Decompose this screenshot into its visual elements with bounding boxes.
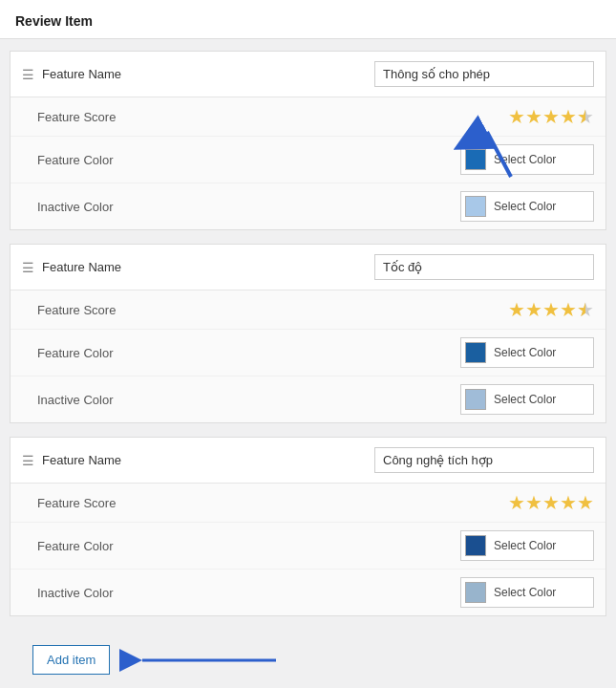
inactive-color-swatch-1 [465,196,486,217]
inactive-color-btn-1[interactable]: Select Color [460,191,594,222]
feature-name-row-2: ☰ Feature Name [11,245,605,290]
feature-score-row-3: Feature Score ★ ★ ★ ★ ★ [11,484,605,523]
drag-handle-icon-3[interactable]: ☰ [22,453,34,468]
feature-color-btn-3[interactable]: Select Color [460,530,594,561]
feature-name-label-1: Feature Name [42,67,121,81]
star-2-4[interactable]: ★ [560,298,577,321]
feature-score-stars-3[interactable]: ★ ★ ★ ★ ★ [508,491,594,514]
feature-color-swatch-2 [465,342,486,363]
feature-color-swatch-1 [465,149,486,170]
feature-color-row-3: Feature Color Select Color [11,523,605,570]
feature-name-row-3: ☰ Feature Name [11,438,605,484]
review-section-1: ☰ Feature Name Feature Score ★ ★ ★ ★ ★ ★ [10,51,606,230]
page-title: Review Item [15,13,93,29]
inactive-color-value-2: Select Color [460,384,594,415]
star-3-2[interactable]: ★ [525,491,542,514]
inactive-color-value-1: Select Color [460,191,594,222]
inactive-color-label-3: Inactive Color [37,586,161,600]
feature-name-label-3: Feature Name [42,453,121,467]
feature-score-stars-1[interactable]: ★ ★ ★ ★ ★ ★ ★ [508,105,594,128]
feature-color-btn-2[interactable]: Select Color [460,337,594,368]
star-3-5[interactable]: ★ [577,491,594,514]
feature-score-row-2: Feature Score ★ ★ ★ ★ ★ ★ [11,290,605,330]
inactive-color-btn-label-1: Select Color [494,200,556,213]
panel-title: Review Item [0,0,616,39]
star-2-5-half[interactable]: ★ ★ [577,298,594,321]
star-3-4[interactable]: ★ [560,491,577,514]
star-2-1[interactable]: ★ [508,298,525,321]
feature-name-input-3[interactable] [374,447,594,473]
star-2-5-fill: ★ [577,298,585,321]
star-1-3[interactable]: ★ [542,105,560,128]
drag-handle-icon-2[interactable]: ☰ [22,260,34,275]
inactive-color-swatch-3 [465,582,486,603]
star-1-4[interactable]: ★ [560,105,577,128]
inactive-color-swatch-2 [465,389,486,410]
feature-name-input-2[interactable] [374,254,594,280]
sections-wrapper: ☰ Feature Name Feature Score ★ ★ ★ ★ ★ ★ [0,51,616,682]
inactive-color-label-2: Inactive Color [37,393,161,407]
inactive-color-row-2: Inactive Color Select Color [11,376,605,422]
feature-color-label-2: Feature Color [37,346,161,360]
review-section-3: ☰ Feature Name Feature Score ★ ★ ★ ★ ★ [10,437,606,616]
add-item-row: Add item [10,630,606,682]
feature-color-row-1: Feature Color Select Color [11,137,605,183]
inactive-color-btn-2[interactable]: Select Color [460,384,594,415]
star-3-1[interactable]: ★ [508,491,525,514]
feature-color-btn-1[interactable]: Select Color [460,144,594,175]
inactive-color-row-3: Inactive Color Select Color [11,570,605,615]
feature-color-row-2: Feature Color Select Color [11,330,605,376]
feature-color-label-3: Feature Color [37,539,161,553]
feature-color-value-3: Select Color [460,530,594,561]
inactive-color-btn-3[interactable]: Select Color [460,577,594,608]
star-2-3[interactable]: ★ [542,298,560,321]
feature-score-label-3: Feature Score [37,496,161,510]
page-wrapper: Review Item ☰ Feature Name Feature Score… [0,0,616,688]
star-1-1[interactable]: ★ [508,105,525,128]
feature-color-value-1: Select Color [460,144,594,175]
inactive-color-btn-label-3: Select Color [494,586,556,599]
star-2-2[interactable]: ★ [525,298,542,321]
feature-name-input-1[interactable] [374,61,594,87]
star-1-2[interactable]: ★ [525,105,542,128]
add-item-label: Add item [47,653,96,667]
feature-color-btn-label-2: Select Color [494,346,556,359]
inactive-color-row-1: Inactive Color Select Color [11,183,605,229]
inactive-color-value-3: Select Color [460,577,594,608]
star-1-5-half[interactable]: ★ ★ [577,105,594,128]
feature-color-btn-label-3: Select Color [494,539,556,552]
inactive-color-label-1: Inactive Color [37,200,161,214]
star-1-5-fill: ★ [577,105,585,128]
feature-color-value-2: Select Color [460,337,594,368]
star-3-3[interactable]: ★ [542,491,560,514]
feature-color-btn-label-1: Select Color [494,153,556,166]
feature-color-swatch-3 [465,535,486,556]
page-container: Review Item ☰ Feature Name Feature Score… [0,0,616,688]
feature-score-row-1: Feature Score ★ ★ ★ ★ ★ ★ ★ [11,97,605,137]
review-section-2: ☰ Feature Name Feature Score ★ ★ ★ ★ ★ ★ [10,244,606,423]
feature-color-label-1: Feature Color [37,153,161,167]
feature-score-label-2: Feature Score [37,303,161,317]
feature-score-label-1: Feature Score [37,110,161,124]
drag-handle-icon-1[interactable]: ☰ [22,67,34,82]
feature-score-stars-2[interactable]: ★ ★ ★ ★ ★ ★ [508,298,594,321]
feature-name-label-2: Feature Name [42,260,121,274]
inactive-color-btn-label-2: Select Color [494,393,556,406]
feature-name-row-1: ☰ Feature Name [11,52,605,97]
add-item-button[interactable]: Add item [32,645,110,675]
add-item-arrow [133,646,286,675]
